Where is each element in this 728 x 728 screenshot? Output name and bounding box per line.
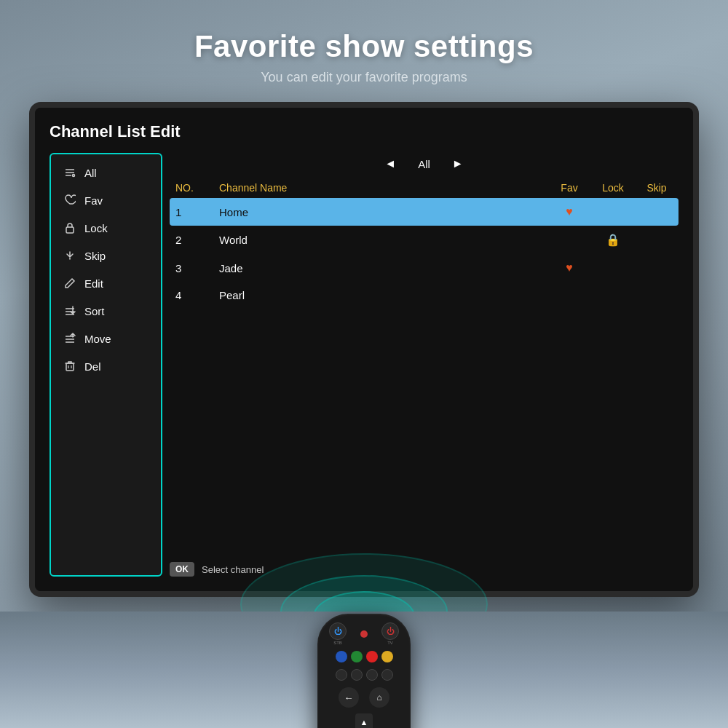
filter-icon [63, 165, 77, 180]
dpad-up[interactable]: ▲ [355, 713, 373, 728]
sidebar-item-fav[interactable]: Fav [51, 186, 161, 214]
tv-label: TV [387, 641, 393, 645]
row3-skip [635, 254, 678, 282]
remote-btn-2[interactable] [351, 669, 363, 681]
color-btn-red[interactable] [366, 651, 378, 662]
sort-icon [63, 304, 77, 318]
remote-power-row: ⏻ STB ⏻ TV [323, 622, 405, 645]
sidebar: All Fav [50, 153, 162, 577]
fav-heart-icon-2: ♥ [553, 261, 585, 274]
row2-fav [547, 226, 591, 254]
sidebar-item-del[interactable]: Del [51, 352, 161, 380]
row2-name: World [213, 226, 547, 254]
delete-icon [63, 359, 77, 373]
sidebar-label-del: Del [84, 360, 101, 373]
edit-icon [63, 276, 77, 290]
table-row[interactable]: 4 Pearl [170, 282, 678, 309]
status-text: Select channel [202, 564, 264, 575]
svg-rect-11 [66, 363, 74, 371]
screen-title: Channel List Edit [50, 122, 678, 141]
col-name: Channel Name [213, 178, 547, 198]
table-row[interactable]: 2 World 🔒 [170, 226, 678, 254]
row3-fav: ♥ [547, 254, 591, 282]
color-btn-yellow[interactable] [381, 651, 393, 662]
col-lock: Lock [591, 178, 635, 198]
remote-btn-3[interactable] [366, 669, 378, 681]
row2-skip [635, 226, 678, 254]
sidebar-label-skip: Skip [84, 250, 106, 262]
remote-tv-col: ⏻ TV [381, 622, 399, 645]
back-button[interactable]: ← [339, 687, 359, 708]
remote-control: ⏻ STB ⏻ TV ← ⌂ ▲ ▼ ◄ ► OK [317, 614, 411, 728]
dpad: ▲ ▼ ◄ ► OK [337, 713, 391, 728]
row4-name: Pearl [213, 282, 547, 309]
remote-color-buttons [336, 651, 393, 662]
svg-rect-4 [66, 227, 74, 233]
sidebar-item-move[interactable]: Move [51, 325, 161, 352]
move-icon [63, 331, 77, 346]
col-no: NO. [170, 178, 213, 198]
lock-icon [63, 221, 77, 235]
next-arrow[interactable]: ► [452, 157, 464, 170]
ok-badge: OK [170, 562, 194, 577]
heart-icon [63, 193, 77, 207]
page-header: Favorite show settings You can edit your… [0, 0, 728, 100]
color-btn-green[interactable] [351, 651, 363, 662]
sidebar-item-all[interactable]: All [51, 159, 161, 186]
table-row[interactable]: 1 Home ♥ [170, 198, 678, 226]
row4-lock [591, 282, 635, 309]
channel-area: ◄ All ► NO. Channel Name Fav Lock Skip [162, 153, 678, 577]
page-subtitle: You can edit your favorite programs [0, 70, 728, 85]
row1-skip [635, 198, 678, 226]
row1-lock [591, 198, 635, 226]
skip-icon [63, 248, 77, 263]
row2-no: 2 [170, 226, 213, 254]
power-tv-button[interactable]: ⏻ [381, 622, 399, 640]
tv-screen: Channel List Edit All [35, 108, 693, 591]
table-row[interactable]: 3 Jade ♥ [170, 254, 678, 282]
remote-extra-buttons [336, 669, 393, 681]
remote-btn-4[interactable] [381, 669, 393, 681]
screen-content: All Fav [50, 153, 678, 577]
sidebar-item-edit[interactable]: Edit [51, 269, 161, 297]
col-skip: Skip [635, 178, 678, 198]
fav-heart-icon: ♥ [553, 205, 585, 218]
remote-nav-row: ← ⌂ [339, 687, 389, 708]
sidebar-label-edit: Edit [84, 277, 103, 290]
sidebar-item-skip[interactable]: Skip [51, 242, 161, 269]
row4-no: 4 [170, 282, 213, 309]
sidebar-label-move: Move [84, 333, 111, 345]
sidebar-item-lock[interactable]: Lock [51, 214, 161, 242]
color-btn-blue[interactable] [336, 651, 347, 662]
row1-fav: ♥ [547, 198, 591, 226]
row1-name: Home [213, 198, 547, 226]
row2-lock: 🔒 [591, 226, 635, 254]
row3-name: Jade [213, 254, 547, 282]
stb-label: STB [333, 641, 342, 645]
row1-no: 1 [170, 198, 213, 226]
row4-fav [547, 282, 591, 309]
prev-arrow[interactable]: ◄ [384, 157, 396, 170]
row3-no: 3 [170, 254, 213, 282]
status-bar: OK Select channel [170, 553, 678, 577]
sidebar-label-fav: Fav [84, 194, 103, 207]
tv-frame: Channel List Edit All [29, 102, 699, 597]
row3-lock [591, 254, 635, 282]
filter-label: All [418, 158, 430, 170]
power-stb-button[interactable]: ⏻ [329, 622, 347, 640]
col-fav: Fav [547, 178, 591, 198]
table-header: NO. Channel Name Fav Lock Skip [170, 178, 678, 198]
channel-table: NO. Channel Name Fav Lock Skip 1 Home [170, 178, 678, 309]
remote-stb-col: ⏻ STB [329, 622, 347, 645]
filter-bar: ◄ All ► [170, 153, 678, 178]
page-title: Favorite show settings [0, 29, 728, 64]
row4-skip [635, 282, 678, 309]
sidebar-label-lock: Lock [84, 222, 108, 234]
home-button[interactable]: ⌂ [369, 687, 389, 708]
lock-closed-icon: 🔒 [597, 233, 629, 247]
sidebar-label-sort: Sort [84, 305, 105, 317]
sidebar-label-all: All [84, 167, 97, 179]
sidebar-item-sort[interactable]: Sort [51, 297, 161, 325]
remote-btn-1[interactable] [336, 669, 347, 681]
red-indicator [360, 630, 368, 638]
